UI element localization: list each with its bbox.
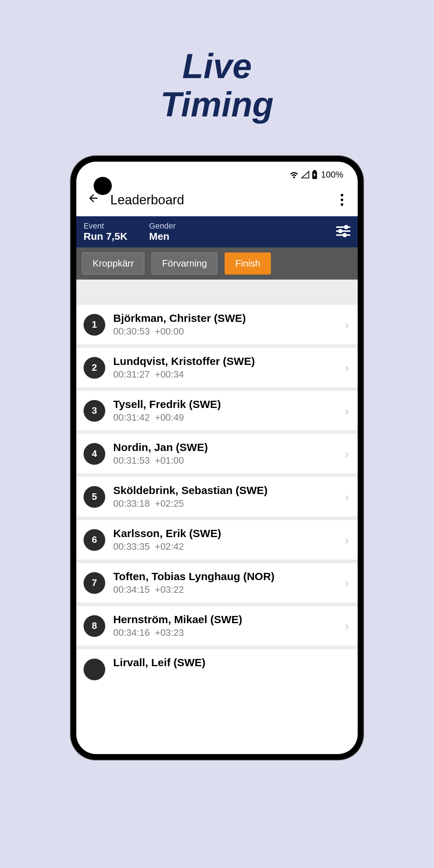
athlete-name: Toften, Tobias Lynghaug (NOR) (113, 570, 337, 583)
svg-rect-1 (313, 170, 316, 171)
wifi-icon (289, 171, 299, 179)
chevron-right-icon: › (345, 447, 349, 461)
tab-finish[interactable]: Finish (225, 252, 271, 275)
athlete-name: Björkman, Christer (SWE) (113, 312, 337, 324)
more-menu-button[interactable] (341, 194, 347, 206)
time-line: 00:31:53+01:00 (113, 455, 337, 466)
camera-hole (94, 177, 112, 195)
result-text: Lirvall, Leif (SWE) (113, 656, 349, 669)
result-text: Nordin, Jan (SWE) 00:31:53+01:00 (113, 441, 337, 466)
time-line: 00:30:53+00:00 (113, 326, 337, 337)
result-row[interactable]: 7 Toften, Tobias Lynghaug (NOR) 00:34:15… (76, 563, 358, 603)
athlete-name: Hernström, Mikael (SWE) (113, 613, 337, 626)
svg-point-5 (339, 230, 342, 233)
result-row[interactable]: 5 Sköldebrink, Sebastian (SWE) 00:33:18+… (76, 477, 358, 516)
more-vert-icon (341, 194, 343, 196)
filter-gender-value: Men (149, 231, 175, 242)
time-diff: +00:00 (155, 326, 184, 337)
chevron-right-icon: › (345, 404, 349, 418)
app-bar: Leaderboard (76, 183, 358, 216)
svg-point-3 (345, 226, 348, 229)
time-diff: +01:00 (155, 455, 184, 466)
chevron-right-icon: › (345, 576, 349, 590)
time-diff: +00:34 (155, 369, 184, 380)
rank-badge: 2 (84, 357, 105, 379)
result-row[interactable]: 2 Lundqvist, Kristoffer (SWE) 00:31:27+0… (76, 348, 358, 387)
result-row-partial[interactable]: Lirvall, Leif (SWE) (76, 649, 358, 680)
time-line: 00:33:18+02:25 (113, 498, 337, 509)
time-line: 00:31:27+00:34 (113, 369, 337, 380)
result-row[interactable]: 8 Hernström, Mikael (SWE) 00:34:16+03:23… (76, 606, 358, 646)
chevron-right-icon: › (345, 533, 349, 547)
result-row[interactable]: 3 Tysell, Fredrik (SWE) 00:31:42+00:49 › (76, 391, 358, 430)
back-button[interactable] (87, 192, 99, 208)
chevron-right-icon: › (345, 361, 349, 375)
rank-badge: 7 (84, 572, 105, 594)
rank-badge: 1 (84, 314, 105, 336)
rank-badge: 8 (84, 615, 105, 637)
finish-time: 00:30:53 (113, 326, 150, 337)
time-diff: +02:25 (155, 498, 184, 509)
athlete-name: Lirvall, Leif (SWE) (113, 656, 349, 669)
sliders-icon (336, 225, 350, 237)
time-diff: +03:23 (155, 627, 184, 638)
result-text: Karlsson, Erik (SWE) 00:33:35+02:42 (113, 527, 337, 552)
time-diff: +02:42 (155, 541, 184, 552)
battery-icon (312, 170, 318, 179)
finish-time: 00:33:35 (113, 541, 150, 552)
promo-line-2: Timing (0, 85, 434, 124)
finish-time: 00:33:18 (113, 498, 150, 509)
result-text: Sköldebrink, Sebastian (SWE) 00:33:18+02… (113, 484, 337, 509)
tab-forvarning[interactable]: Förvarning (152, 252, 217, 275)
tab-kroppkarr[interactable]: Kroppkärr (82, 252, 144, 275)
rank-badge: 3 (84, 400, 105, 422)
filter-bar: Event Run 7,5K Gender Men (76, 216, 358, 247)
filter-settings-button[interactable] (336, 225, 350, 239)
time-line: 00:33:35+02:42 (113, 541, 337, 552)
list-header-spacer (76, 280, 358, 301)
time-line: 00:34:15+03:22 (113, 584, 337, 595)
rank-badge: 6 (84, 529, 105, 551)
results-list: 1 Björkman, Christer (SWE) 00:30:53+00:0… (76, 280, 358, 680)
result-text: Lundqvist, Kristoffer (SWE) 00:31:27+00:… (113, 355, 337, 380)
result-row[interactable]: 1 Björkman, Christer (SWE) 00:30:53+00:0… (76, 305, 358, 344)
rank-badge: 5 (84, 486, 105, 508)
rank-badge: 4 (84, 443, 105, 465)
filter-event[interactable]: Event Run 7,5K (84, 221, 127, 242)
result-text: Björkman, Christer (SWE) 00:30:53+00:00 (113, 312, 337, 337)
result-row[interactable]: 4 Nordin, Jan (SWE) 00:31:53+01:00 › (76, 434, 358, 473)
chevron-right-icon: › (345, 619, 349, 633)
time-line: 00:31:42+00:49 (113, 412, 337, 423)
promo-heading: Live Timing (0, 47, 434, 123)
arrow-left-icon (87, 192, 99, 204)
result-row[interactable]: 6 Karlsson, Erik (SWE) 00:33:35+02:42 › (76, 520, 358, 559)
cell-signal-icon (301, 171, 310, 179)
status-icons: 100% (289, 170, 343, 180)
chevron-right-icon: › (345, 318, 349, 332)
finish-time: 00:31:53 (113, 455, 150, 466)
svg-point-7 (343, 234, 346, 237)
time-diff: +03:22 (155, 584, 184, 595)
athlete-name: Sköldebrink, Sebastian (SWE) (113, 484, 337, 497)
promo-line-1: Live (0, 47, 434, 85)
finish-time: 00:31:27 (113, 369, 150, 380)
split-tabs: Kroppkärr Förvarning Finish (76, 247, 358, 280)
result-text: Toften, Tobias Lynghaug (NOR) 00:34:15+0… (113, 570, 337, 595)
time-line: 00:34:16+03:23 (113, 627, 337, 638)
athlete-name: Karlsson, Erik (SWE) (113, 527, 337, 540)
result-text: Hernström, Mikael (SWE) 00:34:16+03:23 (113, 613, 337, 638)
chevron-right-icon: › (345, 490, 349, 504)
phone-frame: 100% Leaderboard Event Run 7,5K Gender M… (71, 156, 363, 760)
filter-gender-label: Gender (149, 221, 175, 231)
finish-time: 00:31:42 (113, 412, 150, 423)
phone-screen: 100% Leaderboard Event Run 7,5K Gender M… (76, 162, 358, 754)
battery-percent: 100% (321, 170, 343, 180)
filter-gender[interactable]: Gender Men (149, 221, 175, 242)
filter-event-value: Run 7,5K (84, 231, 127, 242)
page-title: Leaderboard (110, 192, 330, 208)
athlete-name: Tysell, Fredrik (SWE) (113, 398, 337, 410)
rank-badge (84, 659, 105, 680)
finish-time: 00:34:16 (113, 627, 150, 638)
filter-event-label: Event (84, 221, 127, 231)
athlete-name: Nordin, Jan (SWE) (113, 441, 337, 454)
